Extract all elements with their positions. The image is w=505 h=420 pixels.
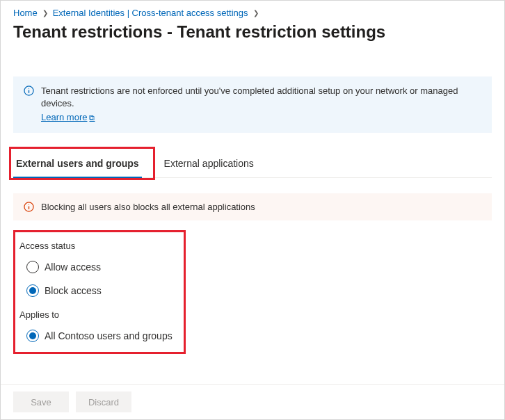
chevron-right-icon: ❯ <box>42 9 48 17</box>
breadcrumb-home[interactable]: Home <box>13 8 38 18</box>
radio-block-access[interactable]: Block access <box>26 284 177 297</box>
save-button[interactable]: Save <box>13 391 69 412</box>
tab-external-users-groups[interactable]: External users and groups <box>13 151 142 177</box>
info-text: Tenant restrictions are not enforced unt… <box>41 86 458 108</box>
discard-button[interactable]: Discard <box>76 391 131 412</box>
breadcrumb-external-identities[interactable]: External Identities | Cross-tenant acces… <box>53 8 248 18</box>
chevron-right-icon: ❯ <box>253 9 259 17</box>
radio-checked-icon <box>26 330 39 342</box>
radio-checked-icon <box>26 284 39 297</box>
info-icon <box>23 202 34 212</box>
radio-allow-access[interactable]: Allow access <box>26 261 177 273</box>
applies-to-label: Applies to <box>19 309 177 320</box>
learn-more-link[interactable]: Learn more⧉ <box>41 111 95 124</box>
info-icon <box>23 86 34 96</box>
access-status-label: Access status <box>19 241 177 251</box>
highlight-box-form: Access status Allow access Block access … <box>13 230 186 354</box>
radio-all-contoso-users[interactable]: All Contoso users and groups <box>26 330 177 342</box>
external-link-icon: ⧉ <box>89 113 95 122</box>
radio-label: Allow access <box>45 261 101 273</box>
info-message: Tenant restrictions are not enforced unt… <box>13 76 492 133</box>
tab-external-applications[interactable]: External applications <box>161 151 257 177</box>
svg-point-5 <box>28 204 29 204</box>
radio-label: All Contoso users and groups <box>45 330 173 341</box>
radio-label: Block access <box>45 285 102 296</box>
radio-icon <box>26 261 39 273</box>
breadcrumb: Home ❯ External Identities | Cross-tenan… <box>13 8 492 18</box>
page-title: Tenant restrictions - Tenant restriction… <box>13 22 492 42</box>
warning-message: Blocking all users also blocks all exter… <box>13 193 492 220</box>
warning-text: Blocking all users also blocks all exter… <box>41 202 255 212</box>
tabs: External users and groups External appli… <box>13 151 492 178</box>
svg-point-2 <box>28 88 29 89</box>
footer: Save Discard <box>1 384 504 419</box>
